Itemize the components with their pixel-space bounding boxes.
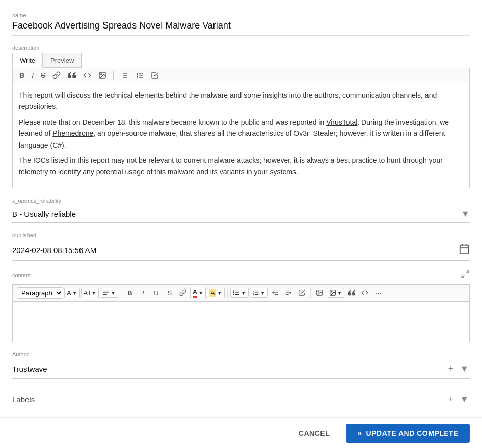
desc-ul-btn[interactable] [118, 70, 131, 81]
description-section: description Write Preview B I S [12, 45, 470, 188]
reliability-section: x_opencti_reliability B - Usually reliab… [12, 198, 470, 223]
rich-more-btn[interactable]: ⋯ [372, 288, 384, 298]
reliability-select[interactable]: B - Usually reliable ▼ [12, 206, 470, 223]
published-label: published [12, 232, 470, 238]
author-section: Author Trustwave + ▼ [12, 351, 470, 379]
preview-tab[interactable]: Preview [43, 53, 82, 68]
desc-link-btn[interactable] [50, 70, 63, 81]
svg-point-36 [318, 291, 319, 292]
author-value: Trustwave [12, 365, 47, 373]
published-date-field: 2024-02-08 08:15:56 AM [12, 240, 470, 261]
author-label: Author [12, 351, 470, 357]
content-header: content [12, 270, 470, 281]
rich-text-toolbar: Paragraph Heading 1 Heading 2 Heading 3 … [12, 284, 470, 301]
update-complete-button[interactable]: » UPDATE AND COMPLETE [346, 424, 470, 443]
desc-bold-btn[interactable]: B [17, 70, 27, 81]
desc-strikethrough-btn[interactable]: S [38, 70, 48, 81]
ol-dropdown[interactable]: ▼ [250, 288, 268, 298]
desc-quote-btn[interactable] [65, 70, 78, 81]
author-chevron-btn[interactable]: ▼ [459, 362, 470, 375]
calendar-icon[interactable] [459, 243, 470, 257]
desc-checklist-btn[interactable] [148, 70, 162, 81]
desc-italic-btn[interactable]: I [29, 70, 36, 81]
description-label: description [12, 45, 470, 51]
name-label: name [12, 12, 470, 18]
rich-link-btn[interactable] [177, 288, 189, 298]
svg-line-16 [462, 275, 464, 277]
name-section: name Facebook Advertising Spreads Novel … [12, 12, 470, 36]
paragraph-style-select[interactable]: Paragraph Heading 1 Heading 2 Heading 3 … [17, 287, 63, 299]
ul-dropdown[interactable]: ▼ [230, 288, 249, 298]
published-section: published 2024-02-08 08:15:56 AM [12, 232, 470, 261]
author-row: Trustwave + ▼ [12, 359, 470, 379]
labels-row: Labels + ▼ [12, 388, 470, 411]
reliability-value: B - Usually reliable [12, 210, 76, 218]
write-tab[interactable]: Write [12, 53, 43, 68]
reliability-label: x_opencti_reliability [12, 198, 470, 204]
highlight-color-dropdown[interactable]: A ▼ [207, 288, 225, 298]
labels-add-btn[interactable]: + [447, 393, 455, 406]
published-value: 2024-02-08 08:15:56 AM [12, 246, 96, 255]
labels-actions: + ▼ [447, 393, 470, 406]
rich-bold-btn[interactable]: B [124, 288, 136, 298]
description-toolbar: B I S [12, 68, 470, 83]
rich-quote-btn[interactable] [345, 288, 358, 298]
update-btn-label: UPDATE AND COMPLETE [366, 429, 459, 437]
rich-italic-btn[interactable]: I [137, 288, 149, 298]
labels-chevron-btn[interactable]: ▼ [459, 393, 470, 406]
labels-section: Labels + ▼ [12, 388, 470, 411]
write-preview-tabs: Write Preview [12, 53, 470, 68]
rich-outdent-btn[interactable] [269, 288, 281, 298]
author-actions: + ▼ [447, 362, 470, 375]
rich-image-btn[interactable] [313, 288, 326, 298]
svg-rect-11 [460, 245, 469, 254]
font-color-dropdown[interactable]: A ▼ [190, 287, 206, 299]
content-label: content [12, 272, 31, 278]
expand-icon[interactable] [461, 270, 470, 281]
desc-image-btn[interactable] [96, 70, 109, 81]
desc-code-btn[interactable] [81, 70, 94, 81]
footer-bar: CANCEL » UPDATE AND COMPLETE [0, 417, 482, 448]
name-value: Facebook Advertising Spreads Novel Malwa… [12, 20, 470, 36]
rich-code-btn[interactable] [359, 288, 371, 298]
svg-point-38 [331, 291, 332, 292]
desc-para-2: Please note that on December 18, this ma… [19, 117, 463, 151]
svg-line-15 [466, 271, 469, 273]
desc-para-3: The IOCs listed in this report may not b… [19, 155, 463, 178]
cancel-button[interactable]: CANCEL [288, 424, 340, 442]
rich-image-dropdown[interactable]: ▼ [327, 288, 345, 298]
svg-point-1 [101, 74, 102, 75]
svg-point-24 [233, 293, 234, 293]
font-size-dropdown[interactable]: A ▼ [64, 288, 80, 298]
rich-strike-btn[interactable]: S [164, 288, 176, 298]
rich-indent-btn[interactable] [282, 288, 294, 298]
update-btn-icon: » [357, 429, 362, 438]
font-style-dropdown[interactable]: A I▼ [81, 288, 99, 298]
content-section: content Paragraph Heading 1 Heading 2 He… [12, 270, 470, 342]
desc-ol-btn[interactable] [133, 70, 146, 81]
alignment-dropdown[interactable]: ▼ [100, 288, 118, 298]
svg-point-23 [233, 291, 234, 291]
rich-checklist-btn[interactable] [296, 288, 308, 298]
description-content[interactable]: This report will discuss the technical e… [12, 83, 470, 188]
reliability-chevron-icon: ▼ [461, 209, 470, 219]
content-editor[interactable] [12, 301, 470, 342]
desc-para-1: This report will discuss the technical e… [19, 90, 463, 113]
author-add-btn[interactable]: + [447, 362, 455, 375]
rich-underline-btn[interactable]: U [150, 288, 163, 298]
labels-label: Labels [12, 395, 35, 404]
svg-point-25 [233, 294, 234, 295]
